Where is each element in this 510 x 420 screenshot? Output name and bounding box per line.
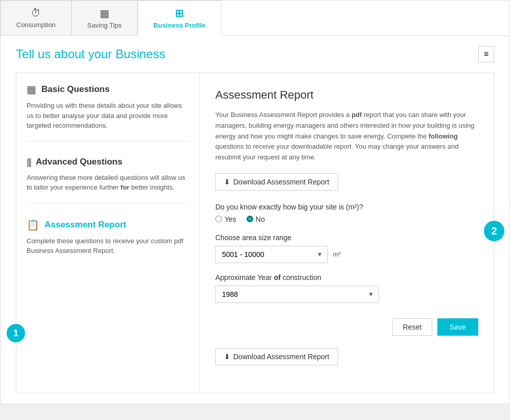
assessment-desc: Your Business Assessment Report provides… [215, 110, 478, 163]
basic-questions-desc: Providing us with these details about yo… [27, 101, 189, 131]
tab-consumption[interactable]: ⏱ Consumption [1, 1, 72, 35]
page-title: Tell us about your Business [16, 47, 165, 61]
radio-no[interactable] [247, 216, 253, 222]
area-size-select[interactable]: 1 - 500 501 - 1000 1001 - 2000 2001 - 50… [215, 246, 328, 263]
basic-questions-title: Basic Questions [41, 84, 109, 95]
radio-yes-label: Yes [225, 215, 236, 223]
download-icon-top: ⬇ [224, 178, 230, 186]
save-button[interactable]: Save [437, 318, 478, 336]
consumption-icon: ⏱ [31, 7, 41, 19]
advanced-questions-icon: ||| [27, 157, 31, 168]
site-size-section: Do you know exactly how big your site is… [215, 203, 478, 223]
area-unit-label: m² [333, 250, 341, 258]
area-size-select-wrapper: 1 - 500 501 - 1000 1001 - 2000 2001 - 50… [215, 246, 328, 263]
tab-saving-tips-label: Saving Tips [87, 21, 122, 29]
right-panel: Assessment Report Your Business Assessme… [200, 73, 494, 393]
tab-saving-tips[interactable]: ▦ Saving Tips [72, 1, 138, 35]
year-select[interactable]: 1980 1981 1982 1983 1984 1985 1986 1987 … [215, 286, 379, 303]
sidebar-section-advanced-questions[interactable]: ||| Advanced Questions Answering these m… [27, 157, 189, 203]
tab-business-profile[interactable]: ⊞ Business Profile [138, 1, 221, 36]
site-size-label: Do you know exactly how big your site is… [215, 203, 478, 211]
radio-yes-option[interactable]: Yes [215, 215, 236, 223]
tab-business-profile-label: Business Profile [153, 21, 206, 29]
saving-tips-icon: ▦ [100, 7, 109, 19]
download-icon-bottom: ⬇ [224, 353, 230, 361]
menu-button[interactable]: ≡ [478, 46, 494, 62]
sidebar-section-basic-questions[interactable]: ▦ Basic Questions Providing us with thes… [27, 83, 189, 142]
year-section: Approximate Year of construction 1980 19… [215, 273, 478, 303]
area-size-label: Choose area size range [215, 234, 478, 242]
tab-bar: ⏱ Consumption ▦ Saving Tips ⊞ Business P… [1, 1, 509, 36]
radio-no-option[interactable]: No [247, 215, 265, 223]
area-size-section: Choose area size range 1 - 500 501 - 100… [215, 234, 478, 263]
year-label: Approximate Year of construction [215, 273, 478, 282]
radio-no-label: No [256, 215, 265, 223]
left-sidebar: ▦ Basic Questions Providing us with thes… [16, 73, 200, 393]
page-header: Tell us about your Business ≡ [16, 46, 494, 62]
sidebar-section-assessment-report[interactable]: 📋 Assessment Report Complete these quest… [27, 219, 189, 266]
form-actions: Reset Save [215, 318, 478, 336]
reset-button[interactable]: Reset [392, 318, 433, 336]
area-size-row: 1 - 500 501 - 1000 1001 - 2000 2001 - 50… [215, 246, 478, 263]
step-1-badge: 1 [7, 324, 25, 342]
download-btn-bottom[interactable]: ⬇ Download Assessment Report [215, 348, 338, 365]
assessment-panel-title: Assessment Report [215, 88, 478, 102]
download-btn-top-label: Download Assessment Report [233, 178, 329, 186]
radio-yes[interactable] [215, 216, 222, 222]
basic-questions-icon: ▦ [27, 83, 36, 96]
assessment-report-title: Assessment Report [45, 220, 126, 230]
assessment-report-icon: 📋 [27, 219, 39, 231]
advanced-questions-title: Advanced Questions [36, 157, 122, 167]
site-size-radio-group: Yes No [215, 215, 478, 223]
step-2-badge: 2 [484, 221, 504, 241]
download-btn-bottom-label: Download Assessment Report [233, 353, 329, 361]
tab-consumption-label: Consumption [16, 21, 56, 29]
assessment-report-desc: Complete these questions to receive your… [27, 236, 189, 256]
business-profile-icon: ⊞ [175, 7, 184, 19]
advanced-questions-desc: Answering these more detailed questions … [27, 173, 189, 193]
year-select-wrapper: 1980 1981 1982 1983 1984 1985 1986 1987 … [215, 286, 379, 303]
download-btn-top[interactable]: ⬇ Download Assessment Report [215, 173, 338, 191]
